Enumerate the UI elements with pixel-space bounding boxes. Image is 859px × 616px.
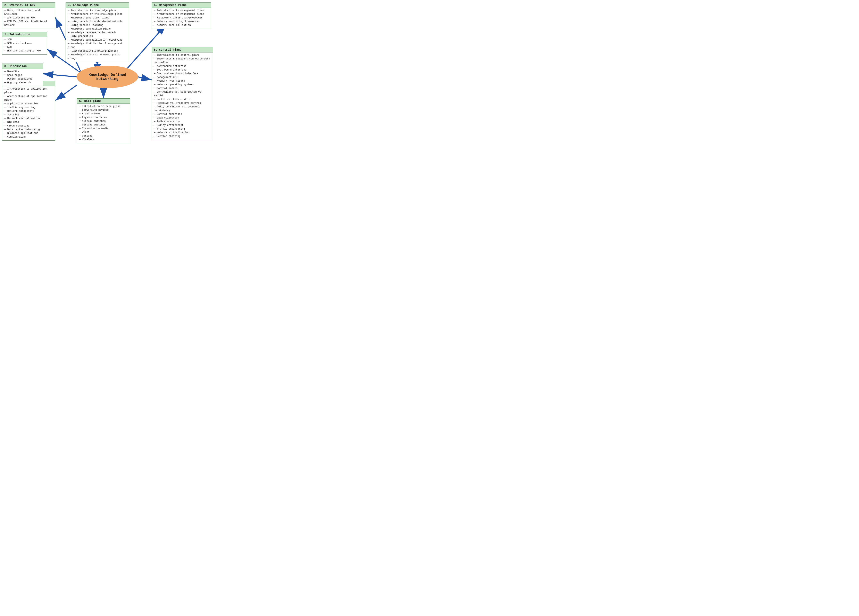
list-item: Architecture of management plane <box>154 12 209 16</box>
list-item: Introduction to application plane <box>4 87 53 94</box>
list-item: Introduction to control plane <box>154 53 211 57</box>
list-item: Benefits <box>4 70 41 73</box>
list-item: Knowledge/rule exc. & mana. proto. /lang… <box>68 53 127 60</box>
list-item: Knowledge composition in networking <box>68 38 127 42</box>
list-item: Data center networking <box>4 128 53 131</box>
list-item: Network hypervisors <box>154 79 211 83</box>
list-item: Transmission media <box>79 127 128 130</box>
section-box3: 3. Knowledge PlaneIntroduction to knowle… <box>66 2 129 62</box>
list-item: Northbound interface <box>154 64 211 68</box>
section-title-box6: 6. Data plane <box>77 98 130 104</box>
section-title-box4: 4. Management Plane <box>152 3 211 8</box>
section-items-box1: SDNSDN architecturesKDNMachine learning … <box>4 38 45 53</box>
section-items-box4: Introduction to management planeArchitec… <box>154 9 209 27</box>
list-item: Data, information, and Knowledge <box>4 9 53 16</box>
list-item: Network management <box>4 109 53 113</box>
list-item: Network operating systems <box>154 83 211 86</box>
list-item: Network monitoring frameworks <box>154 20 209 23</box>
section-box8: 8. DiscussionBenefitsChallengesDesign gu… <box>2 64 43 86</box>
list-item: Physical switches <box>79 116 128 119</box>
section-title-box8: 8. Discussion <box>2 64 43 69</box>
list-item: Introduction to knowledge plane <box>68 9 127 12</box>
list-item: Rule generation <box>68 34 127 38</box>
section-box2: 2. Overview of KDNData, information, and… <box>2 2 55 29</box>
list-item: Fully consistent vs. eventual consistenc… <box>154 105 211 113</box>
list-item: Ongoing research <box>4 81 41 84</box>
list-item: Wired <box>79 130 128 134</box>
list-item: Business applications <box>4 131 53 135</box>
list-item: Configuration <box>4 135 53 139</box>
list-item: KDN Vs. SDN Vs. traditional network <box>4 20 53 27</box>
arrow-box7 <box>55 85 77 100</box>
list-item: Path computation <box>154 120 211 124</box>
list-item: Machine learning in KDN <box>4 49 45 53</box>
list-item: Network virtualization <box>154 131 211 134</box>
list-item: Architecture of the knowledge plane <box>68 12 127 16</box>
list-item: Introduction to management plane <box>154 9 209 12</box>
section-title-box5: 5. Control Plane <box>152 47 213 53</box>
section-items-box2: Data, information, and KnowledgeArchitec… <box>4 9 53 27</box>
list-item: Virtual switches <box>79 119 128 123</box>
list-item: Challenges <box>4 73 41 77</box>
list-item: Optical <box>79 134 128 138</box>
list-item: Architecture <box>79 112 128 116</box>
section-items-box5: Introduction to control planeInterfaces … <box>154 53 211 138</box>
center-label: Knowledge Defined Networking <box>77 73 138 81</box>
list-item: Knowledge representation models <box>68 31 127 34</box>
list-item: Optical switches <box>79 123 128 127</box>
list-item: Using machine learning <box>68 23 127 27</box>
list-item: Architecture of KDN <box>4 16 53 20</box>
center-ellipse: Knowledge Defined Networking <box>77 66 138 88</box>
section-items-box7: Introduction to application planeArchite… <box>4 87 53 139</box>
list-item: Management API <box>154 75 211 79</box>
section-box6: 6. Data planeIntroduction to data planeF… <box>77 98 130 143</box>
section-items-box6: Introduction to data planeForwarding dev… <box>79 105 128 141</box>
arrow-box8 <box>43 74 77 77</box>
section-box7: 7. Application planeIntroduction to appl… <box>2 81 55 141</box>
list-item: Interfaces & subplans connected with con… <box>154 57 211 64</box>
list-item: Southbound interface <box>154 68 211 72</box>
section-box4: 4. Management PlaneIntroduction to manag… <box>151 2 211 29</box>
list-item: Introduction to data plane <box>79 105 128 108</box>
section-items-box8: BenefitsChallengesDesign guidelinesOngoi… <box>4 70 41 84</box>
section-title-box1: 1. Introduction <box>2 32 47 37</box>
list-item: KDN <box>4 45 45 49</box>
list-item: Knowledge composition plane <box>68 27 127 31</box>
section-title-box3: 3. Knowledge Plane <box>66 3 129 8</box>
section-box5: 5. Control PlaneIntroduction to control … <box>151 47 213 140</box>
section-box1: 1. IntroductionSDNSDN architecturesKDNMa… <box>2 32 47 55</box>
list-item: Network virtualization <box>4 117 53 120</box>
list-item: Big data <box>4 120 53 124</box>
list-item: Control models <box>154 86 211 90</box>
list-item: Management interfaces/protocols <box>154 16 209 20</box>
list-item: Wireless <box>79 138 128 141</box>
section-items-box3: Introduction to knowledge planeArchitect… <box>68 9 127 60</box>
list-item: SDN architectures <box>4 42 45 45</box>
list-item: Security <box>4 113 53 117</box>
list-item: Design guidelines <box>4 77 41 81</box>
list-item: Control functions <box>154 113 211 116</box>
list-item: SDN <box>4 38 45 42</box>
list-item: Packet vs. Flow control <box>154 98 211 101</box>
arrow-box5 <box>138 77 151 80</box>
list-item: Service chaining <box>154 134 211 138</box>
list-item: Reactive vs. Proactive control <box>154 101 211 105</box>
list-item: Flow scheduling & prioritization <box>68 49 127 53</box>
list-item: Network data collection <box>154 23 209 27</box>
list-item: Cloud computing <box>4 124 53 128</box>
list-item: Architecture of application plane <box>4 94 53 102</box>
list-item: Forwarding devices <box>79 108 128 112</box>
list-item: Traffic engineering <box>154 127 211 131</box>
list-item: Using heuristic model-based methods <box>68 20 127 23</box>
list-item: Traffic engineering <box>4 106 53 109</box>
list-item: Data collection <box>154 116 211 120</box>
list-item: Policy enforcement <box>154 124 211 127</box>
list-item: East and westbound interface <box>154 72 211 75</box>
list-item: Knowledge distribution & management plan… <box>68 42 127 49</box>
section-title-box2: 2. Overview of KDN <box>2 3 55 8</box>
list-item: Centralized vs. Distributed vs. Hybrid <box>154 90 211 98</box>
list-item: Knowledge generation plane <box>68 16 127 20</box>
diagram-container: Knowledge Defined Networking 1. Introduc… <box>0 0 215 154</box>
list-item: Application scenarios <box>4 102 53 106</box>
